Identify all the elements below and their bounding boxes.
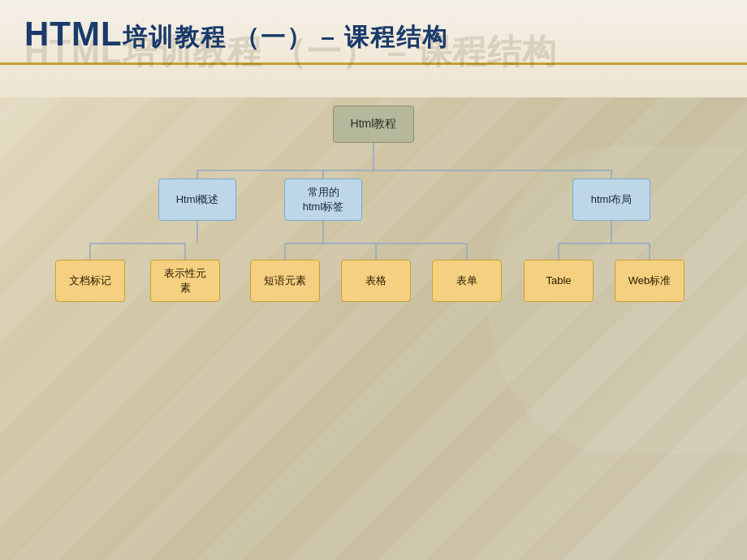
node-l2-6-label: Web标准 bbox=[628, 274, 671, 288]
node-l2-0-label: 文档标记 bbox=[69, 274, 111, 288]
node-l2-5-label: Table bbox=[546, 274, 571, 288]
node-l2-2-label: 短语元素 bbox=[264, 274, 306, 288]
node-l2-3-label: 表格 bbox=[365, 274, 386, 288]
header: HTML培训教程 （一） – 课程结构 HTML培训教程 （一） – 课程结构 bbox=[0, 0, 747, 65]
node-l1-2-label: html布局 bbox=[591, 192, 633, 207]
node-l1-html-layout: html布局 bbox=[572, 179, 650, 221]
node-root-label: Html教程 bbox=[351, 116, 397, 132]
connector-lines bbox=[0, 81, 747, 560]
node-l2-4-label: 表单 bbox=[456, 274, 477, 288]
node-root: Html教程 bbox=[333, 106, 414, 143]
node-l2-phrase: 短语元素 bbox=[250, 260, 320, 302]
node-l1-common-tags: 常用的 html标签 bbox=[284, 179, 362, 221]
node-l2-form: 表单 bbox=[432, 260, 502, 302]
tree-diagram: Html教程 Html概述 常用的 html标签 html布局 文档标记 表示性… bbox=[0, 81, 747, 560]
node-l2-web-standard: Web标准 bbox=[615, 260, 684, 302]
main-content: Html教程 Html概述 常用的 html标签 html布局 文档标记 表示性… bbox=[0, 81, 747, 560]
page-title: HTML bbox=[24, 15, 123, 53]
node-l2-table: 表格 bbox=[341, 260, 411, 302]
node-l1-1-label: 常用的 html标签 bbox=[303, 185, 344, 214]
node-l2-doc-tags: 文档标记 bbox=[55, 260, 125, 302]
node-l1-0-label: Html概述 bbox=[176, 192, 219, 207]
node-l1-html-overview: Html概述 bbox=[158, 179, 236, 221]
page-title-cn: 培训教程 （一） – 课程结构 bbox=[123, 24, 449, 50]
node-l2-table-tag: Table bbox=[524, 260, 594, 302]
node-l2-presentational: 表示性元素 bbox=[150, 260, 220, 302]
node-l2-1-label: 表示性元素 bbox=[164, 266, 206, 295]
